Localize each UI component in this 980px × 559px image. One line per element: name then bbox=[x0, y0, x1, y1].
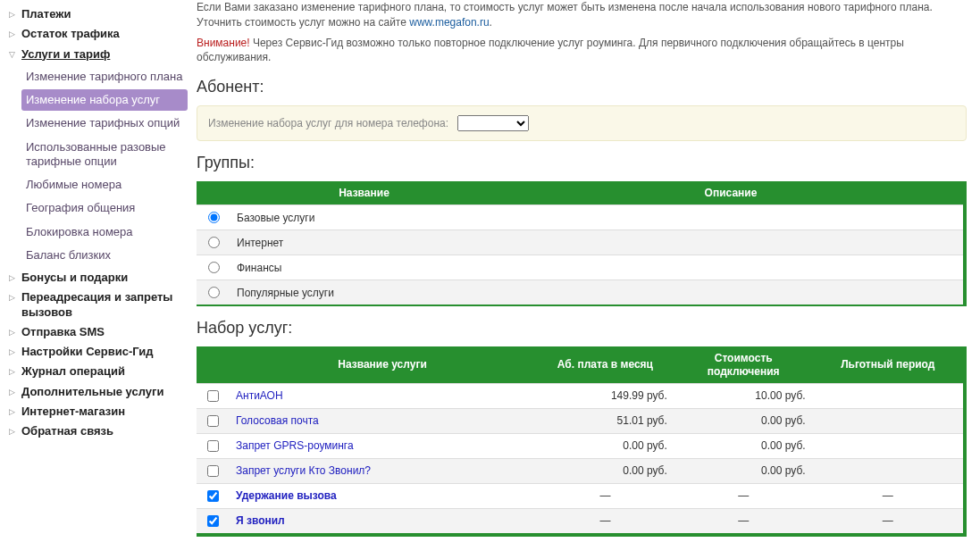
intro-text: Если Вами заказано изменение тарифного п… bbox=[197, 0, 967, 30]
service-name-link[interactable]: Запрет услуги Кто Звонил? bbox=[236, 464, 371, 477]
group-name-cell: Интернет bbox=[230, 230, 498, 255]
nav-label: Услуги и тариф bbox=[21, 47, 110, 62]
service-checkbox[interactable] bbox=[207, 440, 219, 452]
intro-line1: Если Вами заказано изменение тарифного п… bbox=[197, 1, 933, 13]
service-grace-cell: — bbox=[813, 508, 965, 535]
service-row: АнтиАОН149.99 руб.10.00 руб. bbox=[197, 383, 965, 408]
nav-item[interactable]: ▷Платежи bbox=[9, 4, 188, 24]
nav-sub-item[interactable]: Изменение тарифных опций bbox=[21, 113, 188, 134]
nav-arrow-icon: ▷ bbox=[9, 27, 21, 38]
nav-arrow-icon: ▷ bbox=[9, 345, 21, 356]
group-radio[interactable] bbox=[208, 287, 220, 298]
group-desc-cell bbox=[498, 280, 965, 306]
group-name-cell: Финансы bbox=[230, 255, 498, 280]
group-row: Финансы bbox=[197, 255, 965, 280]
services-header-fee: Аб. плата в месяц bbox=[536, 346, 674, 383]
service-connect-cell: 0.00 руб. bbox=[674, 433, 813, 458]
services-header-grace: Льготный период bbox=[813, 346, 965, 383]
nav-arrow-icon: ▷ bbox=[9, 405, 21, 416]
nav-arrow-icon: ▽ bbox=[9, 47, 21, 59]
service-connect-cell: — bbox=[674, 508, 813, 535]
phone-number-select[interactable] bbox=[457, 115, 529, 131]
service-connect-cell: 0.00 руб. bbox=[674, 408, 813, 433]
nav-label: Отправка SMS bbox=[21, 325, 105, 339]
service-name-link[interactable]: Я звонил bbox=[236, 514, 285, 527]
nav-sub-item[interactable]: География общения bbox=[21, 197, 188, 219]
nav-item[interactable]: ▷Отправка SMS bbox=[9, 322, 188, 342]
nav-arrow-icon: ▷ bbox=[9, 271, 21, 282]
nav-sub-item[interactable]: Изменение набора услуг bbox=[21, 89, 188, 111]
service-fee-cell: 0.00 руб. bbox=[536, 433, 674, 458]
nav-item[interactable]: ▷Дополнительные услуги bbox=[9, 382, 188, 402]
service-fee-cell: 0.00 руб. bbox=[536, 458, 674, 483]
nav-label: Платежи bbox=[21, 7, 71, 21]
group-radio[interactable] bbox=[208, 262, 220, 273]
service-row: Запрет GPRS-роуминга0.00 руб.0.00 руб. bbox=[197, 433, 965, 458]
group-desc-cell bbox=[498, 230, 965, 255]
service-checkbox[interactable] bbox=[207, 465, 219, 477]
service-checkbox[interactable] bbox=[207, 515, 219, 527]
group-radio[interactable] bbox=[208, 212, 220, 223]
services-header-connect: Стоимость подключения bbox=[674, 346, 813, 383]
nav-sub-item[interactable]: Использованные разовые тарифные опции bbox=[21, 137, 188, 173]
service-row: Удержание вызова——— bbox=[197, 483, 965, 508]
service-name-link[interactable]: Голосовая почта bbox=[236, 414, 319, 427]
group-row: Базовые услуги bbox=[197, 205, 965, 230]
section-subscriber-title: Абонент: bbox=[197, 78, 967, 96]
services-table: Название услуги Аб. плата в месяц Стоимо… bbox=[197, 346, 967, 537]
nav-item[interactable]: ▷Бонусы и подарки bbox=[9, 268, 188, 288]
nav-sub-item[interactable]: Блокировка номера bbox=[21, 221, 188, 243]
service-grace-cell: — bbox=[813, 483, 965, 508]
group-desc-cell bbox=[498, 255, 965, 280]
nav-item[interactable]: ▷Остаток трафика bbox=[9, 24, 188, 44]
group-radio[interactable] bbox=[208, 237, 220, 248]
nav-label: Настройки Сервис-Гид bbox=[21, 345, 154, 359]
intro-line2a: Уточнить стоимость услуг можно на сайте bbox=[197, 16, 409, 29]
nav-item[interactable]: ▽Услуги и тариф bbox=[9, 45, 188, 64]
service-row: Я звонил——— bbox=[197, 508, 965, 535]
nav-item[interactable]: ▷Обратная связь bbox=[9, 421, 188, 441]
services-header-name: Название услуги bbox=[229, 346, 536, 383]
groups-header-empty bbox=[197, 181, 230, 205]
service-row: Запрет услуги Кто Звонил?0.00 руб.0.00 р… bbox=[197, 458, 965, 483]
group-desc-cell bbox=[498, 205, 965, 230]
service-connect-cell: — bbox=[674, 483, 813, 508]
megafon-link[interactable]: www.megafon.ru bbox=[409, 16, 489, 29]
nav-label: Бонусы и подарки bbox=[21, 271, 128, 285]
service-checkbox[interactable] bbox=[207, 390, 219, 402]
groups-header-name: Название bbox=[230, 181, 498, 205]
nav-label: Переадресация и запреты вызовов bbox=[21, 290, 188, 320]
service-grace-cell bbox=[813, 383, 965, 408]
service-fee-cell: — bbox=[536, 483, 674, 508]
nav-arrow-icon: ▷ bbox=[9, 325, 21, 337]
groups-header-desc: Описание bbox=[498, 181, 965, 205]
service-name-link[interactable]: Запрет GPRS-роуминга bbox=[236, 439, 354, 452]
intro-line2b: . bbox=[490, 16, 492, 29]
nav-label: Дополнительные услуги bbox=[21, 385, 163, 399]
sidebar: ▷Платежи▷Остаток трафика▽Услуги и тарифИ… bbox=[0, 0, 188, 559]
service-grace-cell bbox=[813, 408, 965, 433]
nav-item[interactable]: ▷Настройки Сервис-Гид bbox=[9, 342, 188, 362]
warning-body: Через Сервис-Гид возможно только повторн… bbox=[197, 37, 904, 64]
service-connect-cell: 10.00 руб. bbox=[674, 383, 813, 408]
nav-label: Интернет-магазин bbox=[21, 405, 125, 419]
section-groups-title: Группы: bbox=[197, 154, 967, 172]
nav-sub-item[interactable]: Изменение тарифного плана bbox=[21, 66, 188, 88]
service-name-link[interactable]: Удержание вызова bbox=[236, 489, 337, 502]
nav-item[interactable]: ▷Переадресация и запреты вызовов bbox=[9, 288, 188, 322]
service-grace-cell bbox=[813, 433, 965, 458]
main-content: Если Вами заказано изменение тарифного п… bbox=[188, 0, 980, 559]
service-fee-cell: — bbox=[536, 508, 674, 535]
services-header-empty bbox=[197, 346, 229, 383]
nav-item[interactable]: ▷Журнал операций bbox=[9, 362, 188, 381]
nav-sub-item[interactable]: Баланс близких bbox=[21, 245, 188, 266]
service-name-link[interactable]: АнтиАОН bbox=[236, 389, 283, 402]
service-checkbox[interactable] bbox=[207, 490, 219, 502]
nav-item[interactable]: ▷Интернет-магазин bbox=[9, 402, 188, 421]
nav-arrow-icon: ▷ bbox=[9, 364, 21, 376]
service-checkbox[interactable] bbox=[207, 415, 219, 427]
service-fee-cell: 51.01 руб. bbox=[536, 408, 674, 433]
group-row: Интернет bbox=[197, 230, 965, 255]
nav-sub-item[interactable]: Любимые номера bbox=[21, 174, 188, 196]
groups-table: Название Описание Базовые услугиИнтернет… bbox=[197, 181, 967, 306]
